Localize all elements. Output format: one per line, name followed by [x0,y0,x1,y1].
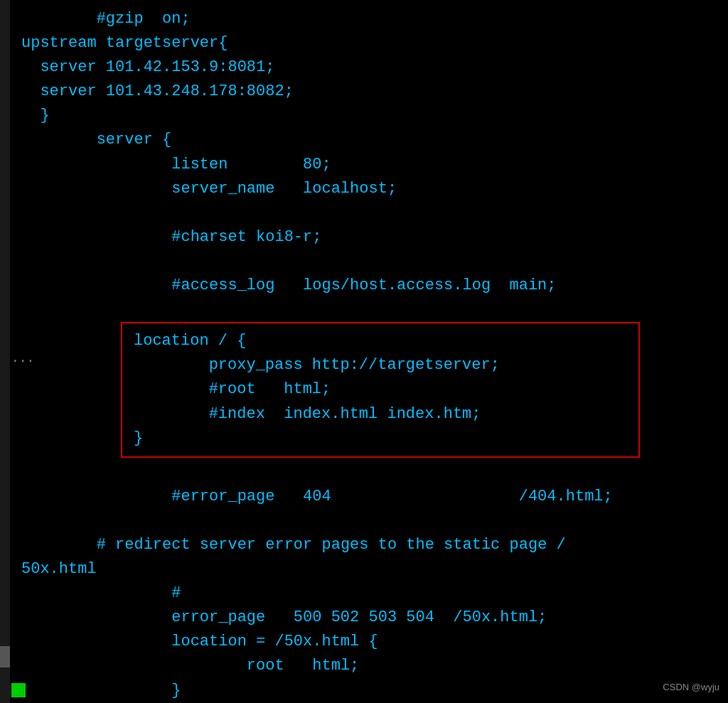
code-line-location: location / { [134,329,627,353]
code-line-close-upstream: } [21,104,728,128]
code-line-empty2 [21,249,728,274]
code-line-empty1 [21,201,728,225]
code-text: server { [97,131,172,149]
code-text: } [171,682,181,699]
green-indicator [11,683,26,697]
code-line-server-name: server_name localhost; [21,177,728,201]
code-line-index: #index index.html index.htm; [134,402,627,426]
code-text: #index index.html index.htm; [209,405,481,423]
code-line-redirect-comment: # redirect server error pages to the sta… [21,533,728,557]
code-line-listen: listen 80; [21,153,728,177]
code-text: # redirect server error pages to the sta… [97,536,566,554]
code-line-error-page-50x: error_page 500 502 503 504 /50x.html; [21,606,728,630]
code-text: #access_log logs/host.access.log main; [171,277,556,294]
code-text: 50x.html [21,560,97,578]
code-line-redirect-comment2: 50x.html [21,557,728,581]
code-text: proxy_pass http://targetserver; [209,356,500,374]
code-text: upstream targetserver{ [21,34,228,52]
code-line-upstream: upstream targetserver{ [21,31,728,55]
code-text: listen 80; [171,156,331,173]
code-line-location-50x: location = /50x.html { [21,630,728,654]
code-text: #error_page 404 /404.html; [171,488,613,505]
code-line-proxy-pass: proxy_pass http://targetserver; [134,353,627,377]
code-text: #gzip on; [97,10,191,28]
scroll-dots: ... [11,352,34,365]
code-line-hash: # [21,581,728,606]
code-text: root html; [247,657,359,675]
code-text: } [134,429,143,447]
code-text: server 101.43.248.178:8082; [40,82,293,100]
code-line-empty5 [21,509,728,533]
code-text: server 101.42.153.9:8081; [40,58,274,76]
code-text: #root html; [209,380,331,398]
code-text: location = /50x.html { [171,633,378,650]
location-block-box: location / { proxy_pass http://targetser… [121,322,640,457]
code-container: #gzip on; upstream targetserver{ server … [0,0,728,703]
code-line-root: #root html; [134,377,627,402]
code-line-server1: server 101.42.153.9:8081; [21,55,728,80]
code-text: error_page 500 502 503 504 /50x.html; [171,608,547,626]
code-line-server2: server 101.43.248.178:8082; [21,80,728,104]
watermark: CSDN @wyju [663,680,719,694]
code-text: server_name localhost; [171,180,397,198]
code-line-empty4 [21,461,728,485]
code-line-server-block: server { [21,128,728,152]
code-text: location / { [134,332,246,350]
code-line-root-html: root html; [21,654,728,678]
code-line-empty3 [21,298,728,322]
code-line-gzip: #gzip on; [21,7,728,31]
code-line-charset: #charset koi8-r; [21,225,728,249]
code-line-error-page-404: #error_page 404 /404.html; [21,485,728,509]
code-text: #charset koi8-r; [171,228,321,246]
code-line-close-location: } [134,426,627,451]
code-line-access-log: #access_log logs/host.access.log main; [21,274,728,298]
code-text: # [171,584,181,602]
code-line-close-50x: } [21,679,728,703]
code-text: } [40,107,49,124]
